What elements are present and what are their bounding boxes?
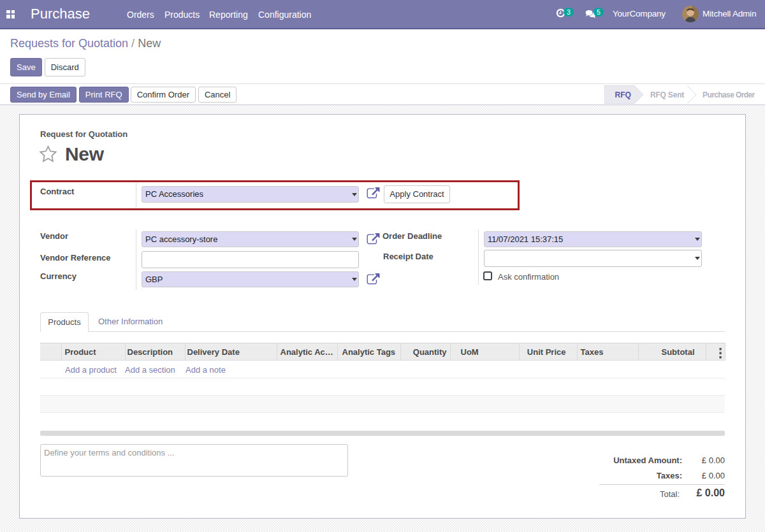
svg-text:RFQ Sent: RFQ Sent [650, 90, 684, 99]
svg-text:Purchase Order: Purchase Order [703, 90, 755, 99]
svg-text:RFQ: RFQ [615, 90, 631, 99]
